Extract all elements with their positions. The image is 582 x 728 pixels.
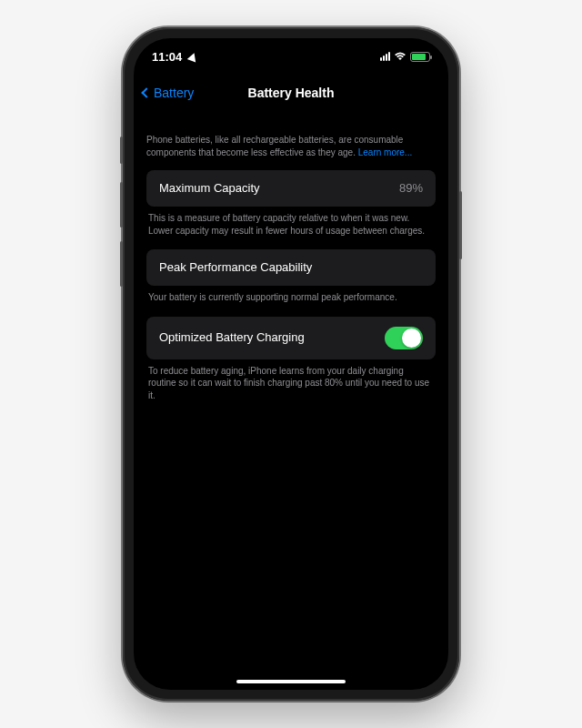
max-capacity-desc: This is a measure of battery capacity re…	[146, 212, 436, 249]
status-left: 11:04	[152, 50, 197, 64]
content: Phone batteries, like all rechargeable b…	[134, 134, 448, 414]
power-button	[459, 191, 462, 259]
optimized-charging-desc: To reduce battery aging, iPhone learns f…	[146, 365, 436, 415]
back-label: Battery	[154, 86, 194, 100]
cellular-icon	[380, 52, 390, 61]
status-time: 11:04	[152, 50, 182, 64]
location-icon	[187, 51, 198, 62]
peak-performance-desc: Your battery is currently supporting nor…	[146, 291, 436, 317]
max-capacity-value: 89%	[399, 180, 423, 197]
peak-performance-label: Peak Performance Capability	[159, 259, 312, 276]
phone-frame: 11:04 Battery Battery Health Phone batte…	[123, 27, 459, 701]
intro-text: Phone batteries, like all rechargeable b…	[146, 134, 436, 159]
toggle-knob	[402, 329, 421, 348]
optimized-charging-toggle[interactable]	[385, 327, 423, 349]
chevron-left-icon	[141, 87, 151, 97]
wifi-icon	[394, 52, 406, 61]
notch	[216, 38, 366, 62]
screen: 11:04 Battery Battery Health Phone batte…	[134, 38, 448, 690]
status-right	[380, 52, 430, 62]
page-title: Battery Health	[248, 86, 335, 100]
nav-bar: Battery Battery Health	[134, 75, 448, 111]
optimized-charging-label: Optimized Battery Charging	[159, 329, 305, 346]
home-indicator[interactable]	[236, 680, 346, 683]
volume-down-button	[120, 241, 123, 287]
max-capacity-row[interactable]: Maximum Capacity 89%	[146, 170, 436, 207]
optimized-charging-row[interactable]: Optimized Battery Charging	[146, 317, 436, 359]
back-button[interactable]: Battery	[143, 86, 194, 100]
learn-more-link[interactable]: Learn more...	[358, 147, 412, 157]
mute-switch	[120, 136, 123, 164]
max-capacity-label: Maximum Capacity	[159, 180, 260, 197]
peak-performance-row[interactable]: Peak Performance Capability	[146, 249, 436, 286]
volume-up-button	[120, 182, 123, 228]
battery-icon	[410, 52, 430, 62]
